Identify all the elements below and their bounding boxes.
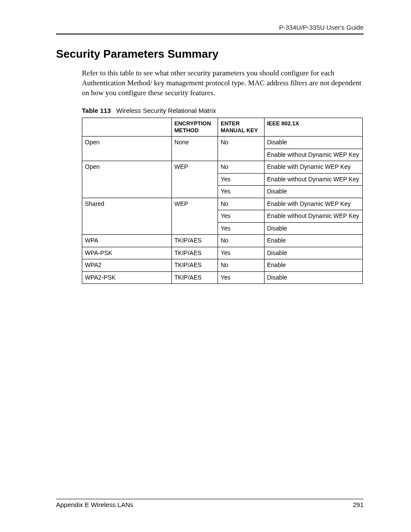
cell-enc: TKIP/AES [171,247,218,259]
cell-ieee: Enable [264,259,362,272]
cell-key: Yes [218,186,264,198]
cell-key: Yes [218,247,264,259]
table-header-cell: IEEE 802.1X [264,118,362,137]
table-caption-text: Wireless Security Relational Matrix [116,107,216,114]
section-title: Security Parameters Summary [56,47,364,61]
cell-key: No [218,161,264,174]
table-row: WPA2-PSK TKIP/AES Yes Disable [82,271,363,284]
cell-key: Yes [218,271,264,284]
cell-enc: None [171,137,218,161]
cell-auth: Open [82,137,172,161]
table-header-cell [82,118,172,137]
cell-ieee: Disable [264,137,362,149]
table-header-cell: ENCRYPTION METHOD [171,118,218,137]
footer-left: Appendix E Wireless LANs [56,501,133,508]
table-row: Shared WEP No Enable with Dynamic WEP Ke… [82,198,363,210]
section-intro: Refer to this table to see what other se… [82,68,364,98]
header-rule [56,34,364,34]
table-row: Open None No Disable [82,137,363,149]
cell-auth: WPA-PSK [82,247,172,259]
cell-auth: Shared [82,198,172,235]
cell-ieee: Enable without Dynamic WEP Key [264,210,362,223]
cell-enc: TKIP/AES [171,271,218,284]
cell-auth: WPA [82,235,172,247]
cell-enc: WEP [171,161,218,198]
cell-key: No [218,235,264,247]
security-matrix-table: ENCRYPTION METHOD ENTER MANUAL KEY IEEE … [82,118,363,284]
cell-key: Yes [218,173,264,186]
cell-auth: WPA2-PSK [82,271,172,284]
cell-ieee: Disable [264,247,362,259]
table-row: WPA TKIP/AES No Enable [82,235,363,247]
footer-rule [56,499,364,499]
cell-ieee: Disable [264,222,362,235]
cell-key: No [218,137,264,161]
header-guide-title: P-334U/P-335U User's Guide [56,24,364,31]
cell-enc: TKIP/AES [171,235,218,247]
table-row: WPA-PSK TKIP/AES Yes Disable [82,247,363,259]
cell-key: Yes [218,210,264,223]
page-footer: Appendix E Wireless LANs 291 [56,499,364,508]
footer-page-number: 291 [353,501,364,508]
cell-ieee: Enable without Dynamic WEP Key [264,149,362,161]
cell-ieee: Disable [264,186,362,198]
table-caption: Table 113 Wireless Security Relational M… [82,107,364,114]
table-row: WPA2 TKIP/AES No Enable [82,259,363,272]
table-header-cell: ENTER MANUAL KEY [218,118,264,137]
cell-key: No [218,198,264,210]
cell-ieee: Enable with Dynamic WEP Key [264,198,362,210]
cell-auth: Open [82,161,172,198]
cell-enc: WEP [171,198,218,235]
cell-enc: TKIP/AES [171,259,218,272]
cell-ieee: Enable [264,235,362,247]
cell-key: Yes [218,222,264,235]
cell-ieee: Disable [264,271,362,284]
cell-key: No [218,259,264,272]
table-row: Open WEP No Enable with Dynamic WEP Key [82,161,363,174]
table-header-row: ENCRYPTION METHOD ENTER MANUAL KEY IEEE … [82,118,363,137]
cell-ieee: Enable without Dynamic WEP Key [264,173,362,186]
cell-ieee: Enable with Dynamic WEP Key [264,161,362,174]
document-page: P-334U/P-335U User's Guide Security Para… [0,0,411,532]
cell-auth: WPA2 [82,259,172,272]
table-caption-label: Table 113 [82,107,111,114]
